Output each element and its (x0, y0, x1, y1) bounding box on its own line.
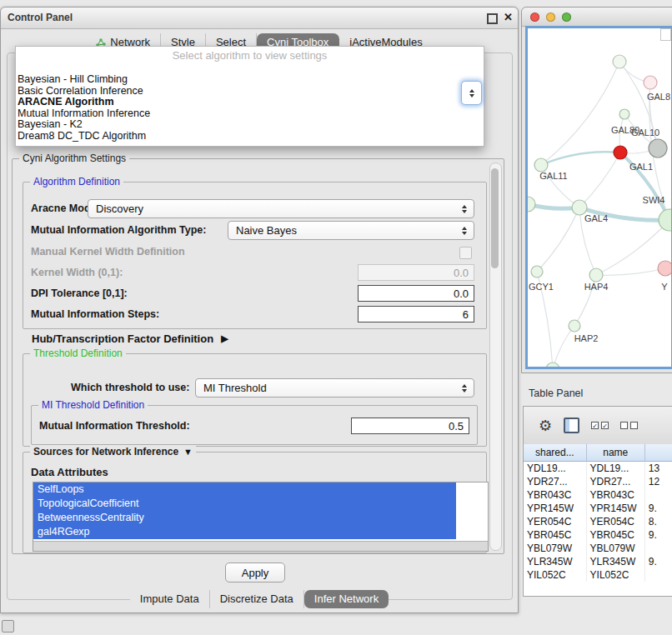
mi-threshold-field[interactable]: 0.5 (351, 418, 469, 434)
network-node[interactable] (619, 109, 629, 119)
network-edge[interactable] (541, 152, 620, 165)
dpi-tolerance-field[interactable]: 0.0 (358, 285, 474, 302)
table-settings-gear-icon[interactable]: ⚙ (539, 418, 552, 433)
attribute-item-topologicalcoefficient[interactable]: TopologicalCoefficient (33, 497, 456, 511)
data-attributes-list[interactable]: SelfLoopsTopologicalCoefficientBetweenne… (33, 482, 489, 552)
table-cell: YPR145W (524, 502, 587, 515)
network-node[interactable] (614, 146, 627, 159)
node-label-y: Y (661, 282, 668, 292)
node-table: shared...nameYDL19...YDL19...13YDR27...Y… (524, 444, 672, 596)
algorithm-option-aracne-algorithm[interactable]: ARACNE Algorithm (16, 97, 484, 108)
hub-definition-section[interactable]: Hub/Transcription Factor Definition ▶ (32, 332, 228, 345)
which-threshold-value: MI Threshold (203, 382, 267, 394)
kernel-width-label: Kernel Width (0,1): (31, 267, 123, 278)
which-threshold-select[interactable]: MI Threshold (195, 378, 474, 398)
network-node[interactable] (613, 55, 626, 68)
column-header-blank[interactable] (645, 444, 672, 462)
algorithm-option-bayesian-hill-climbing[interactable]: Bayesian - Hill Climbing (16, 74, 484, 86)
table-cell (645, 542, 672, 555)
float-window-icon[interactable] (487, 13, 498, 24)
algorithm-option-basic-correlation-inference[interactable]: Basic Correlation Inference (16, 86, 484, 98)
unselect-all-columns-icon[interactable] (620, 422, 638, 429)
table-row[interactable]: YER054CYER054C8. (524, 515, 672, 528)
chevron-down-icon[interactable]: ▼ (183, 447, 193, 457)
table-cell (645, 488, 672, 502)
network-node[interactable] (649, 139, 667, 158)
table-row[interactable]: YDR27...YDR27...12 (524, 475, 672, 488)
minimized-panel-icon[interactable] (2, 620, 14, 632)
network-node[interactable] (659, 209, 671, 231)
column-header-name[interactable]: name (587, 444, 645, 462)
column-header-shared[interactable]: shared... (524, 444, 587, 462)
settings-scrollbar[interactable] (489, 162, 502, 551)
algorithm-option-mutual-information-inference[interactable]: Mutual Information Inference (16, 108, 484, 120)
stepper-icon (458, 227, 470, 235)
network-graph[interactable]: GAL8GAL80GAL10GAL1GAL11SWI4GAL4GCY1HAP4Y… (528, 28, 671, 367)
apply-button[interactable]: Apply (225, 562, 285, 582)
table-row[interactable]: YLR345WYLR345W9. (524, 555, 672, 568)
mi-steps-field[interactable]: 6 (358, 306, 474, 322)
network-node[interactable] (528, 197, 535, 212)
table-cell: YDR27... (524, 475, 587, 488)
algorithm-option-dream8-dc-tdc-algorithm[interactable]: Dream8 DC_TDC Algorithm (16, 131, 484, 142)
network-node[interactable] (546, 362, 559, 367)
network-edge[interactable] (541, 62, 619, 165)
algorithm-definition-group: Algorithm Definition Aracne Mode: Discov… (23, 182, 487, 329)
sources-title[interactable]: Sources for Network Inference ▼ (30, 446, 196, 458)
canvas-scrollbar[interactable] (660, 28, 671, 41)
data-attributes-label: Data Attributes (31, 466, 108, 478)
network-edge[interactable] (537, 208, 579, 272)
algorithm-definition-title: Algorithm Definition (30, 176, 123, 188)
bottom-tab-discretize-data[interactable]: Discretize Data (210, 590, 304, 608)
network-node[interactable] (569, 320, 580, 332)
zoom-traffic-light-icon[interactable] (562, 12, 571, 22)
select-all-columns-icon[interactable] (591, 422, 609, 429)
network-window-titlebar[interactable] (522, 8, 672, 27)
network-canvas[interactable]: GAL8GAL80GAL10GAL1GAL11SWI4GAL4GCY1HAP4Y… (525, 26, 672, 369)
threshold-definition-title: Threshold Definition (30, 348, 126, 359)
table-row[interactable]: YBR045CYBR045C9. (524, 528, 672, 542)
show-columns-icon[interactable] (564, 418, 579, 433)
bottom-tab-infer-network[interactable]: Infer Network (304, 590, 389, 608)
mi-threshold-definition-group: MI Threshold Definition Mutual Informati… (31, 405, 478, 445)
control-panel-titlebar[interactable]: Control Panel ✕ (1, 8, 518, 29)
sources-title-text: Sources for Network Inference (33, 446, 178, 458)
cyni-algorithm-settings-group: Cyni Algorithm Settings Algorithm Defini… (12, 158, 504, 554)
table-row[interactable]: YIL052CYIL052C (524, 568, 672, 582)
network-edge[interactable] (579, 152, 620, 208)
aracne-mode-select[interactable]: Discovery (88, 199, 474, 218)
table-cell: YBL079W (587, 542, 645, 555)
manual-kernel-checkbox[interactable] (459, 247, 472, 259)
network-node[interactable] (644, 76, 657, 89)
table-row[interactable]: YDL19...YDL19...13 (524, 462, 672, 475)
bottom-tab-label: Infer Network (314, 592, 379, 606)
chevron-right-icon[interactable]: ▶ (221, 333, 228, 344)
network-node[interactable] (534, 158, 548, 172)
network-node[interactable] (589, 268, 603, 282)
aracne-mode-value: Discovery (96, 202, 143, 215)
table-row[interactable]: YBL079WYBL079W (524, 542, 672, 555)
close-traffic-light-icon[interactable] (530, 12, 539, 22)
network-node[interactable] (658, 261, 671, 276)
bottom-tab-impute-data[interactable]: Impute Data (130, 590, 210, 608)
algorithm-popup: Select algorithm to view settings Bayesi… (15, 46, 484, 147)
horizontal-scrollbar[interactable] (33, 541, 488, 551)
attribute-item-selfloops[interactable]: SelfLoops (33, 482, 456, 497)
network-edge[interactable] (553, 326, 574, 367)
table-row[interactable]: YBR043CYBR043C (524, 488, 672, 502)
table-row[interactable]: YPR145WYPR145W9. (524, 502, 672, 515)
node-label-gal8: GAL8 (647, 92, 670, 102)
node-label-gal10: GAL10 (631, 128, 659, 138)
attribute-item-gal4rgexp[interactable]: gal4RGexp (33, 525, 456, 539)
mi-algorithm-type-select[interactable]: Naive Bayes (228, 221, 474, 240)
minimize-traffic-light-icon[interactable] (546, 12, 555, 22)
mi-algorithm-type-label: Mutual Information Algorithm Type: (31, 224, 206, 236)
algorithm-combobox-stepper[interactable] (461, 81, 482, 105)
close-icon[interactable]: ✕ (504, 11, 513, 23)
kernel-width-field[interactable]: 0.0 (358, 264, 474, 281)
mi-threshold-value: 0.5 (449, 420, 464, 432)
scrollbar-thumb[interactable] (491, 168, 499, 268)
algorithm-option-bayesian-k2[interactable]: Bayesian - K2 (16, 119, 484, 131)
network-node[interactable] (531, 266, 543, 278)
attribute-item-betweennesscentrality[interactable]: BetweennessCentrality (33, 511, 456, 525)
